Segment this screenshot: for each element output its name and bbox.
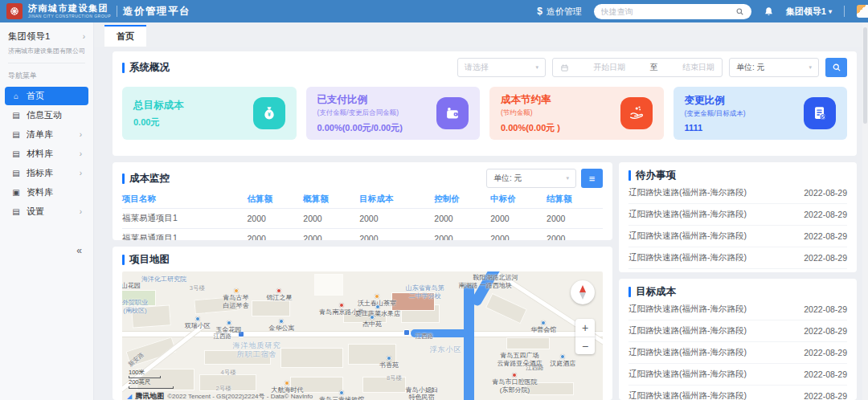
sidebar-collapse-button[interactable]: [0, 245, 93, 256]
search-icon[interactable]: [735, 7, 744, 16]
poi-dot-icon: [339, 303, 344, 308]
map-label: 南湖路 一路西地块: [459, 282, 512, 290]
todo-item-date: 2022-08-29: [804, 210, 847, 219]
menu-item-label: 材料库: [27, 148, 74, 160]
card-title: 成本节约率: [501, 93, 560, 107]
company-logo-icon: [6, 3, 23, 19]
todo-item[interactable]: 辽阳路快速路(福州路-海尔路段) 2022-08-29: [628, 182, 847, 204]
target-cost-item-name: 辽阳路快速路(福州路-海尔路段): [628, 304, 747, 315]
tencent-map-logo-icon: [127, 393, 132, 400]
map-label: 汉庭酒店: [550, 354, 575, 368]
cell-estimate: 2000: [247, 209, 303, 229]
sidebar-item[interactable]: 首页: [5, 87, 88, 105]
project-map-panel: 项目地图: [113, 247, 612, 400]
tab-home[interactable]: 首页: [104, 25, 146, 47]
unit-select[interactable]: 单位: 元: [729, 58, 819, 77]
todo-panel: 待办事项 辽阳路快速路(福州路-海尔路段) 2022-08-29: [619, 162, 857, 272]
avatar[interactable]: [857, 5, 868, 18]
quick-search[interactable]: [594, 4, 751, 19]
cell-target-cost: 2000: [359, 209, 434, 229]
user-name: 集团领导1: [786, 6, 826, 18]
target-cost-item[interactable]: 辽阳路快速路(福州路-海尔路段) 2022-08-29: [628, 386, 847, 400]
date-start-placeholder: 开始日期: [593, 62, 625, 73]
cell-budget: 2000: [303, 229, 359, 241]
poi-dot-icon: [279, 319, 284, 324]
sidebar-item[interactable]: 设置: [5, 202, 88, 221]
project-map[interactable]: 海洋化工研究院 鞍山花园: [122, 271, 603, 400]
map-label: 华普会馆: [530, 320, 556, 334]
target-cost-item[interactable]: 辽阳路快速路(福州路-海尔路段) 2022-08-29: [628, 364, 847, 386]
sidebar-item[interactable]: 资料库: [5, 183, 88, 202]
stat-card-paid-ratio: 已支付比例 (支付金额/变更后合同金额) 0.00%(0.00元/0.00元): [306, 87, 481, 140]
map-label-text: 外贸职业 (南校区): [122, 299, 148, 314]
project-select[interactable]: 请选择: [457, 58, 546, 77]
target-cost-list: 辽阳路快速路(福州路-海尔路段) 2022-08-29 辽阳路快速路(福州路-海…: [628, 299, 847, 400]
menu-item-label: 首页: [27, 90, 74, 102]
metro-station-icon: [403, 329, 410, 336]
map-label-text: 汉庭酒店: [550, 360, 575, 368]
scrollbar-track[interactable]: [862, 22, 868, 400]
target-cost-panel: 目标成本 辽阳路快速路(福州路-海尔路段) 2022-08-29: [619, 279, 857, 400]
cost-monitor-panel: 成本监控 单位: 元: [113, 162, 612, 240]
todo-item-name: 辽阳路快速路(福州路-海尔路段): [628, 252, 747, 263]
map-copyright: ©2022 Tencent - GS(2022)2224号 - Data© Na…: [167, 392, 313, 400]
header-divider: [844, 6, 845, 17]
map-label-text: 金华公寓: [268, 324, 294, 333]
table-row[interactable]: 福莱易通项目1 2000 2000 2000 2000 2000 2000: [122, 229, 603, 241]
map-label-text: 华普会馆: [530, 326, 556, 334]
quick-search-input[interactable]: [601, 7, 731, 16]
target-cost-item[interactable]: 辽阳路快速路(福州路-海尔路段) 2022-08-29: [628, 299, 847, 320]
card-subtitle: (支付金额/变更后合同金额): [317, 108, 403, 118]
zoom-in-button[interactable]: +: [575, 319, 595, 337]
menu-item-icon: [11, 111, 21, 120]
todo-item[interactable]: 辽阳路快速路(福州路-海尔路段) 2022-08-29: [628, 269, 847, 272]
hand-coin-icon: [620, 97, 653, 129]
stat-card-change-ratio: 变更比例 (变更金额/目标成本) 1111: [674, 87, 848, 140]
sidebar-item[interactable]: 信息互动: [5, 106, 88, 124]
zoom-out-button[interactable]: −: [575, 337, 595, 354]
search-button[interactable]: [825, 58, 847, 77]
todo-item[interactable]: 辽阳路快速路(福州路-海尔路段) 2022-08-29: [628, 226, 847, 247]
user-menu[interactable]: 集团领导1 ▾: [786, 6, 832, 18]
chevron-down-icon: [535, 64, 538, 71]
title-accent-bar: [122, 63, 125, 73]
poi-dot-icon: [387, 356, 391, 361]
scrollbar-thumb[interactable]: [863, 27, 867, 124]
sidebar-item[interactable]: 指标库: [5, 164, 88, 182]
sidebar-item[interactable]: 材料库: [5, 145, 88, 163]
map-label-text: 青岛五四广场 云青路亚朵酒店: [497, 352, 542, 367]
target-cost-item[interactable]: 辽阳路快速路(福州路-海尔路段) 2022-08-29: [628, 320, 847, 342]
map-label-text: 山东省青岛第 二中学分校: [406, 284, 444, 300]
header-divider: [117, 6, 117, 17]
wallet-icon: [436, 97, 469, 129]
map-label-text: 青岛市口腔医院 (东部分院): [492, 378, 537, 394]
map-label-text: 双瑞小区: [185, 322, 211, 330]
menu-item-label: 资料库: [27, 186, 74, 198]
compass-north-needle: [579, 285, 586, 292]
notification-bell-icon[interactable]: [764, 6, 774, 17]
card-value: 0.00%(0.00元 ): [501, 122, 560, 134]
sidebar-role-switcher[interactable]: 集团领导1 ›: [8, 31, 85, 43]
card-subtitle: (变更金额/目标成本): [685, 109, 746, 119]
monitor-unit-select[interactable]: 单位: 元: [486, 169, 576, 188]
title-accent-bar: [122, 255, 125, 265]
title-accent-bar: [628, 287, 631, 297]
table-row[interactable]: 福莱易通项目1 2000 2000 2000 2000 2000 2000: [122, 209, 603, 229]
poi-dot-icon: [276, 288, 281, 293]
list-view-button[interactable]: [581, 169, 603, 188]
monitor-unit-value: 单位: 元: [493, 173, 522, 184]
todo-item[interactable]: 辽阳路快速路(福州路-海尔路段) 2022-08-29: [628, 204, 847, 226]
poi-dot-icon: [375, 294, 379, 299]
app-header: 济南城市建设集团 JINAN CITY CONSTRUCTION GROUP 造…: [0, 0, 868, 22]
map-label-text: 锦江之星: [266, 294, 292, 302]
todo-item[interactable]: 辽阳路快速路(福州路-海尔路段) 2022-08-29: [628, 247, 847, 269]
target-cost-item[interactable]: 辽阳路快速路(福州路-海尔路段) 2022-08-29: [628, 342, 847, 364]
map-compass[interactable]: [571, 280, 595, 304]
map-label: 8号楼: [387, 374, 402, 382]
sidebar-item[interactable]: 清单库: [5, 125, 88, 144]
nav-cost-management[interactable]: $ 造价管理: [537, 6, 582, 18]
stat-card-cost-saving-rate: 成本节约率 (节约金额) 0.00%(0.00元 ): [489, 87, 664, 140]
project-select-placeholder: 请选择: [465, 62, 489, 73]
map-label-text: 海洋化工研究院: [141, 276, 186, 284]
date-range-picker[interactable]: 开始日期 至 结束日期: [552, 58, 723, 77]
